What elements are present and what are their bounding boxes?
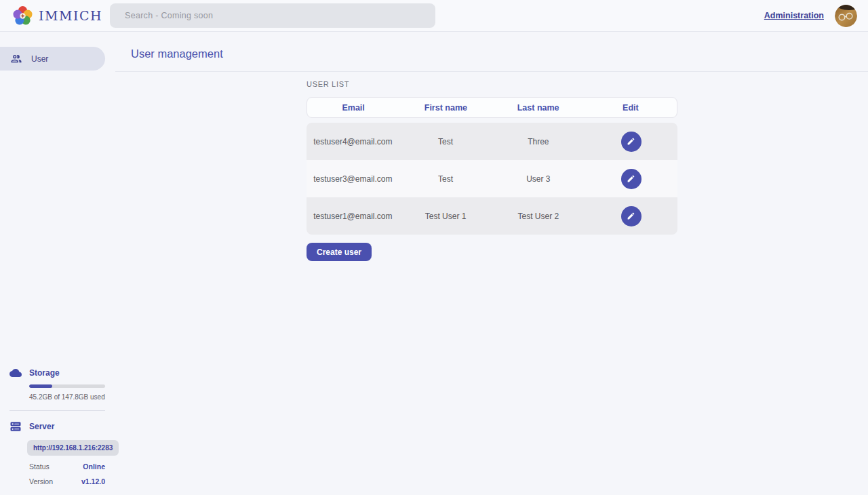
storage-title: Storage	[29, 368, 60, 378]
create-user-button[interactable]: Create user	[307, 243, 372, 261]
user-edit-cell	[585, 132, 677, 152]
column-header-edit: Edit	[585, 103, 677, 113]
status-value: Online	[83, 462, 105, 471]
status-label: Status	[29, 462, 50, 471]
column-header-last-name: Last name	[492, 103, 585, 113]
user-edit-cell	[585, 169, 677, 189]
table-body: testuser4@email.com Test Three testuser3…	[307, 123, 677, 235]
user-first-name-cell: Test	[399, 174, 492, 184]
edit-user-button[interactable]	[621, 206, 642, 226]
version-value: v1.12.0	[81, 477, 105, 486]
server-version-row: Version v1.12.0	[29, 477, 105, 486]
column-header-email: Email	[307, 103, 399, 113]
user-email-cell: testuser3@email.com	[307, 174, 399, 184]
pencil-icon	[627, 212, 635, 220]
user-list-label: USER LIST	[307, 80, 868, 88]
administration-link[interactable]: Administration	[764, 11, 824, 20]
avatar-photo	[835, 5, 857, 27]
storage-usage-text: 45.2GB of 147.8GB used	[29, 393, 115, 401]
user-avatar[interactable]	[835, 5, 857, 27]
user-last-name-cell: Three	[492, 137, 585, 146]
logo-text: IMMICH	[39, 8, 102, 23]
immich-flower-icon	[12, 5, 34, 27]
sidebar-footer: Storage 45.2GB of 147.8GB used Server ht…	[0, 367, 115, 486]
page-header: User management	[115, 32, 868, 72]
server-title: Server	[29, 422, 54, 431]
table-row: testuser1@email.com Test User 1 Test Use…	[307, 197, 677, 235]
server-url-badge: http://192.168.1.216:2283	[27, 440, 119, 456]
top-navbar: IMMICH Search - Coming soon Administrati…	[0, 0, 868, 32]
user-last-name-cell: User 3	[492, 174, 585, 184]
storage-progress-bar	[29, 384, 105, 388]
user-last-name-cell: Test User 2	[492, 212, 585, 221]
users-icon	[10, 53, 22, 65]
storage-progress-fill	[29, 384, 52, 388]
user-first-name-cell: Test	[399, 137, 492, 146]
page-title: User management	[131, 47, 868, 60]
sidebar-divider	[9, 410, 105, 411]
pencil-icon	[627, 174, 635, 183]
user-edit-cell	[585, 206, 677, 226]
sidebar-item-user[interactable]: User	[0, 47, 105, 71]
table-header-row: Email First name Last name Edit	[307, 97, 677, 118]
immich-logo[interactable]: IMMICH	[0, 5, 110, 27]
edit-user-button[interactable]	[621, 132, 642, 152]
search-bar[interactable]: Search - Coming soon	[110, 3, 435, 28]
sidebar-item-user-label: User	[31, 54, 48, 64]
edit-user-button[interactable]	[621, 169, 642, 189]
pencil-icon	[627, 137, 635, 146]
main-content: User management USER LIST Email First na…	[115, 32, 868, 495]
storage-section-header: Storage	[0, 367, 115, 379]
table-row: testuser4@email.com Test Three	[307, 123, 677, 160]
version-label: Version	[29, 477, 53, 486]
server-icon	[9, 420, 22, 433]
navbar-right: Administration	[764, 5, 868, 27]
table-row: testuser3@email.com Test User 3	[307, 160, 677, 197]
search-placeholder: Search - Coming soon	[125, 11, 213, 20]
sidebar: User Storage 45.2GB of 147.8GB used Serv…	[0, 32, 115, 495]
user-list-panel: USER LIST Email First name Last name Edi…	[115, 72, 868, 261]
column-header-first-name: First name	[399, 103, 492, 113]
cloud-icon	[9, 367, 22, 379]
server-section-header: Server	[0, 420, 115, 433]
user-email-cell: testuser4@email.com	[307, 137, 399, 146]
user-first-name-cell: Test User 1	[399, 212, 492, 221]
user-email-cell: testuser1@email.com	[307, 212, 399, 221]
server-status-row: Status Online	[29, 462, 105, 471]
user-table: Email First name Last name Edit testuser…	[307, 97, 677, 235]
